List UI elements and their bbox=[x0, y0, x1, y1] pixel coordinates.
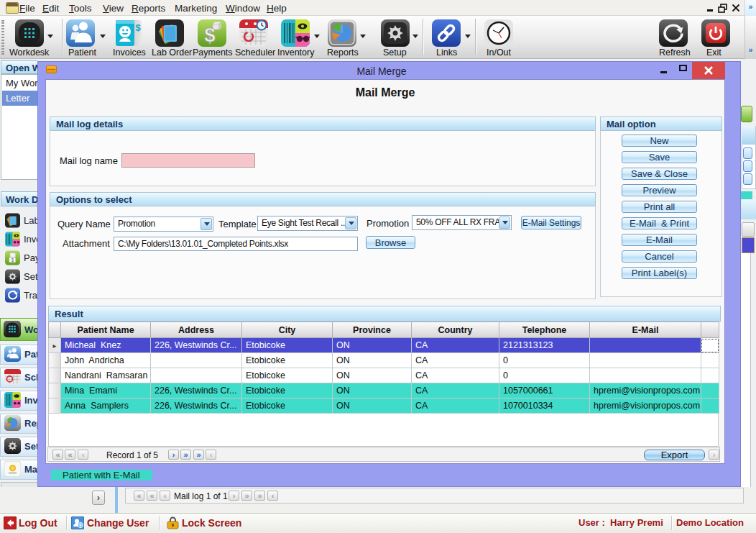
svg-text:$: $ bbox=[135, 22, 141, 33]
svg-text:$: $ bbox=[204, 24, 215, 46]
svg-text:$: $ bbox=[11, 258, 14, 263]
